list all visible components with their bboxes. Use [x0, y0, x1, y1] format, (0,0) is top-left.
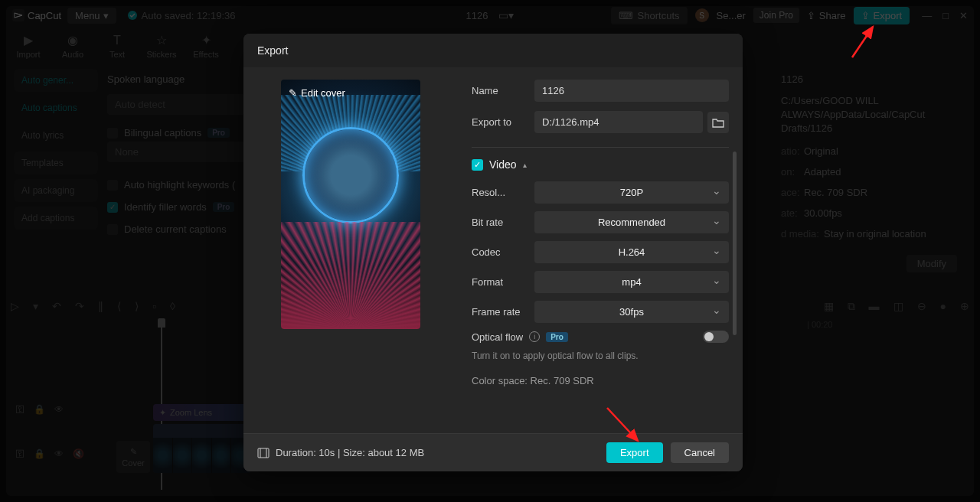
export-form: Name 1126 Export to D:/1126.mp4 ✓ Video …	[472, 80, 729, 433]
edit-cover-button[interactable]: ✎ Edit cover	[289, 87, 345, 99]
folder-icon	[712, 117, 724, 128]
cover-thumbnail[interactable]: ✎ Edit cover	[281, 80, 420, 329]
cover-art	[302, 127, 399, 223]
format-select[interactable]: mp4	[534, 271, 729, 293]
resolution-select[interactable]: 720P	[534, 181, 729, 204]
resolution-label: Resol...	[472, 187, 534, 198]
framerate-label: Frame rate	[472, 306, 534, 318]
dialog-title: Export	[243, 34, 743, 67]
colorspace-text: Color space: Rec. 709 SDR	[472, 375, 729, 386]
export-preview: ✎ Edit cover	[257, 80, 444, 433]
format-label: Format	[472, 276, 534, 288]
export-dialog: Export ✎ Edit cover Name 1126 Export to …	[243, 34, 743, 471]
codec-select[interactable]: H.264	[534, 241, 729, 263]
edit-cover-label: Edit cover	[301, 87, 345, 99]
video-section-title: Video	[489, 158, 517, 171]
duration-label: Duration: 10s | Size: about 12 MB	[276, 447, 424, 458]
name-label: Name	[472, 85, 534, 96]
video-checkbox-on-icon[interactable]: ✓	[472, 159, 483, 171]
film-icon	[257, 448, 270, 458]
dialog-footer: Duration: 10s | Size: about 12 MB Export…	[243, 433, 743, 471]
opticalflow-hint: Turn it on to apply optical flow to all …	[472, 349, 729, 363]
export-confirm-button[interactable]: Export	[606, 442, 663, 463]
browse-folder-button[interactable]	[707, 112, 729, 133]
video-section-header[interactable]: ✓ Video ▴	[472, 158, 729, 171]
pencil-icon: ✎	[289, 87, 297, 99]
pro-badge: Pro	[546, 332, 568, 342]
bitrate-label: Bit rate	[472, 217, 534, 228]
svg-rect-2	[258, 448, 269, 458]
info-icon[interactable]: i	[529, 331, 540, 342]
caret-up-icon: ▴	[523, 161, 527, 169]
duration-text: Duration: 10s | Size: about 12 MB	[257, 447, 424, 458]
exportto-label: Export to	[472, 116, 534, 128]
exportto-input[interactable]: D:/1126.mp4	[534, 111, 703, 133]
cancel-button[interactable]: Cancel	[671, 442, 729, 463]
form-scrollbar[interactable]	[733, 152, 737, 335]
bitrate-select[interactable]: Recommended	[534, 211, 729, 233]
codec-label: Codec	[472, 246, 534, 258]
opticalflow-label: Optical flow	[472, 331, 523, 343]
name-input[interactable]: 1126	[534, 80, 729, 102]
framerate-select[interactable]: 30fps	[534, 301, 729, 323]
opticalflow-toggle[interactable]	[703, 331, 729, 343]
